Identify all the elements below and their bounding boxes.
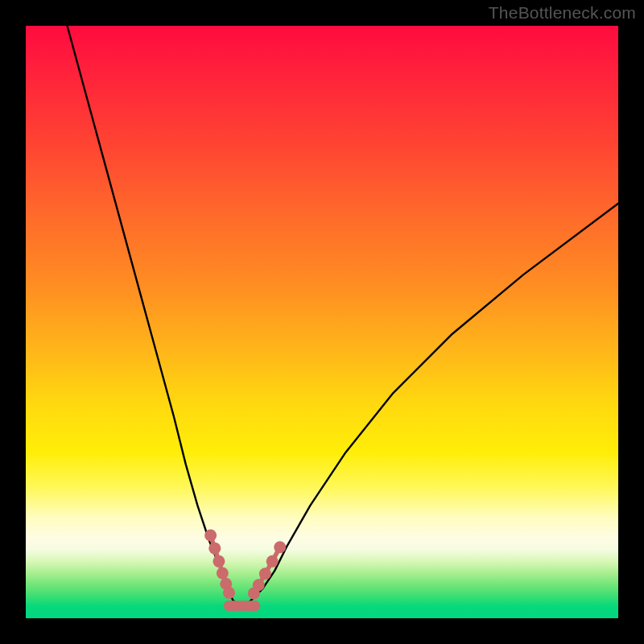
tolerance-marker <box>223 587 235 599</box>
tolerance-marker <box>250 601 260 611</box>
tolerance-marker <box>204 529 217 541</box>
tolerance-markers <box>204 529 286 611</box>
tolerance-marker <box>274 541 286 553</box>
watermark-text: TheBottleneck.com <box>489 3 636 23</box>
chart-frame: TheBottleneck.com <box>0 0 644 644</box>
plot-area <box>26 26 618 618</box>
tolerance-marker <box>266 555 279 568</box>
tolerance-marker <box>213 555 225 568</box>
tolerance-marker <box>217 568 229 580</box>
chart-svg <box>26 26 618 618</box>
tolerance-marker <box>208 543 221 555</box>
bottleneck-curve <box>68 26 618 606</box>
tolerance-marker <box>253 579 265 591</box>
tolerance-marker <box>259 568 271 580</box>
